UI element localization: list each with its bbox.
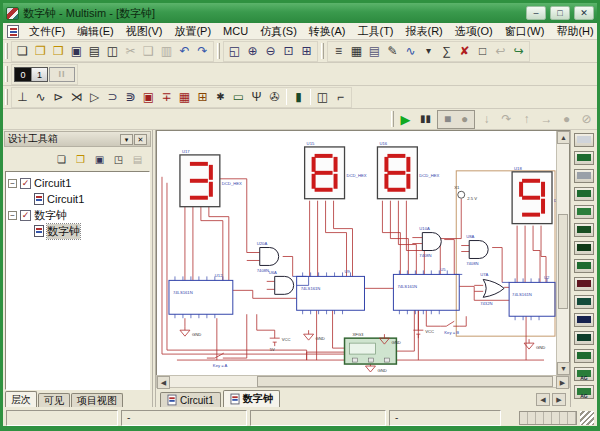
menu-mcu[interactable]: MCU	[217, 24, 254, 38]
counter-ic-u5[interactable]: U5 74LS161N	[393, 267, 459, 314]
misc-digital-icon[interactable]: ▣	[140, 89, 157, 106]
open-icon[interactable]: ❐	[32, 43, 49, 60]
schematic-canvas[interactable]: U17 DCD_HEX	[157, 131, 556, 375]
collapse-icon[interactable]: −	[8, 179, 17, 188]
tab-hierarchy[interactable]: 层次	[5, 391, 37, 407]
copy-icon[interactable]: ❑	[140, 43, 157, 60]
menu-help[interactable]: 帮助(H)	[550, 23, 599, 40]
function-generator-icon[interactable]	[574, 151, 594, 165]
seven-segment-display-u16[interactable]: U16 DCD_HEX	[377, 141, 439, 205]
ground-symbol[interactable]: GND	[304, 330, 325, 341]
tree-node-circuit1[interactable]: − ✓ Circuit1	[8, 175, 147, 191]
menu-options[interactable]: 选项(O)	[449, 23, 499, 40]
close-icon[interactable]: ✕	[574, 6, 594, 20]
capture-area-icon[interactable]: □	[474, 43, 491, 60]
run-icon[interactable]: ▶	[397, 111, 414, 128]
pause-simulation-button[interactable]: II	[49, 67, 75, 82]
forward-annotate-icon[interactable]: ↪	[510, 43, 527, 60]
tree-leaf-digital-clock[interactable]: 数字钟	[8, 223, 147, 239]
design-toolbox-titlebar[interactable]: 设计工具箱 ▾ ✕	[4, 131, 151, 147]
zoom-fit-icon[interactable]: ⊞	[298, 43, 315, 60]
new-design-icon[interactable]: ❏	[53, 151, 70, 168]
undo-icon[interactable]: ↶	[176, 43, 193, 60]
basic-icon[interactable]: ∿	[32, 89, 49, 106]
and-gate-u20a[interactable]: U20A 7408N	[257, 241, 279, 274]
seven-segment-display-u15[interactable]: U15 DCD_HEX	[305, 141, 367, 205]
menu-tools[interactable]: 工具(T)	[351, 23, 399, 40]
database-manager-icon[interactable]: ▤	[366, 43, 383, 60]
full-screen-icon[interactable]: ◱	[226, 43, 243, 60]
source-icon[interactable]: ⊥	[14, 89, 31, 106]
seven-segment-display-u17[interactable]: U17 DCD_HEX	[180, 149, 242, 213]
menu-place[interactable]: 放置(P)	[168, 23, 217, 40]
design-toolbox-icon[interactable]: ≡	[330, 43, 347, 60]
panel-close-icon[interactable]: ✕	[134, 134, 147, 145]
print-icon[interactable]: ▤	[86, 43, 103, 60]
counter-ic-u9[interactable]: U9 74LS161N	[297, 269, 365, 314]
bus-icon[interactable]: ⌐	[332, 89, 349, 106]
minimize-icon[interactable]: –	[526, 6, 546, 20]
resize-grip[interactable]	[580, 411, 594, 425]
stop-icon[interactable]: ■	[439, 111, 456, 128]
scroll-left-icon[interactable]: ◀	[157, 376, 170, 389]
tab-scroll-left-icon[interactable]: ◀	[536, 393, 550, 406]
zoom-area-icon[interactable]: ⊡	[280, 43, 297, 60]
scroll-right-icon[interactable]: ▶	[556, 376, 569, 389]
menu-window[interactable]: 窗口(W)	[499, 23, 551, 40]
tab-project-view[interactable]: 项目视图	[71, 393, 123, 407]
toolbar-grip[interactable]	[217, 43, 220, 59]
counter-ic-u2[interactable]: U2 74LS161N	[509, 275, 555, 320]
word-generator-icon[interactable]	[574, 259, 594, 273]
record-icon[interactable]: ●	[456, 111, 473, 128]
logic-analyzer-icon[interactable]	[574, 277, 594, 291]
open-design-icon[interactable]: ❐	[72, 151, 89, 168]
grapher-dropdown-icon[interactable]: ▾	[420, 43, 437, 60]
menu-simulate[interactable]: 仿真(S)	[254, 23, 303, 40]
distortion-analyzer-icon[interactable]	[574, 331, 594, 345]
agilent-oscilloscope-icon[interactable]: AG	[574, 385, 594, 399]
paste-icon[interactable]: ▥	[158, 43, 175, 60]
step-over-icon[interactable]: ↷	[498, 111, 515, 128]
horizontal-scroll-thumb[interactable]	[257, 376, 553, 387]
oscilloscope-icon[interactable]	[574, 187, 594, 201]
step-into-icon[interactable]: ↓	[478, 111, 495, 128]
rf-icon[interactable]: Ψ	[248, 89, 265, 106]
counter-ic-u12[interactable]: U12 74LS161N	[169, 273, 233, 318]
panel-collapse-icon[interactable]: ▾	[120, 134, 133, 145]
vertical-scroll-thumb[interactable]	[558, 214, 568, 309]
hierarchical-block-icon[interactable]: ◫	[314, 89, 331, 106]
menu-reports[interactable]: 报表(R)	[400, 23, 449, 40]
ground-symbol[interactable]: GND	[365, 366, 386, 373]
grapher-icon[interactable]: ∿	[402, 43, 419, 60]
transistor-icon[interactable]: ⋊	[68, 89, 85, 106]
postprocessor-icon[interactable]: ∑	[438, 43, 455, 60]
ground-symbol[interactable]: GND	[524, 339, 545, 350]
collapse-icon[interactable]: −	[8, 211, 17, 220]
checkbox-icon[interactable]: ✓	[20, 210, 31, 221]
tab-visibility[interactable]: 可见	[38, 393, 70, 407]
four-channel-oscilloscope-icon[interactable]	[574, 205, 594, 219]
menu-view[interactable]: 视图(V)	[120, 23, 169, 40]
scroll-up-icon[interactable]: ▲	[557, 131, 570, 144]
checkbox-icon[interactable]: ✓	[20, 178, 31, 189]
pause-icon[interactable]: ▮▮	[417, 111, 434, 128]
title-bar[interactable]: 数字钟 - Multisim - [数字钟] – □ ✕	[3, 3, 597, 23]
advanced-peripherals-icon[interactable]: ▭	[230, 89, 247, 106]
vertical-scrollbar[interactable]: ▲ ▼	[556, 131, 569, 375]
tree-node-digital-clock[interactable]: − ✓ 数字钟	[8, 207, 147, 223]
probe-x1[interactable]: X1 2.5 V	[454, 185, 477, 201]
scroll-down-icon[interactable]: ▼	[557, 362, 570, 375]
cmos-icon[interactable]: ⋑	[122, 89, 139, 106]
mixed-icon[interactable]: ∓	[158, 89, 175, 106]
back-annotate-icon[interactable]: ↩	[492, 43, 509, 60]
zoom-in-icon[interactable]: ⊕	[244, 43, 261, 60]
zoom-out-icon[interactable]: ⊖	[262, 43, 279, 60]
tree-leaf-circuit1[interactable]: Circuit1	[8, 191, 147, 207]
save-icon[interactable]: ▣	[68, 43, 85, 60]
remove-breakpoints-icon[interactable]: ⊘	[578, 111, 595, 128]
ttl-icon[interactable]: ⊃	[104, 89, 121, 106]
seven-segment-display-u18[interactable]: U18 DCD_HEX	[512, 166, 556, 230]
diode-icon[interactable]: ⊳	[50, 89, 67, 106]
tab-scroll-right-icon[interactable]: ▶	[552, 393, 566, 406]
logic-converter-icon[interactable]	[574, 295, 594, 309]
